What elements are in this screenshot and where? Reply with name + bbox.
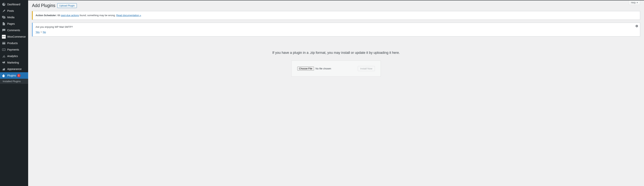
action-scheduler-notice: Action Scheduler: 68 past-due actions fo… — [32, 11, 640, 20]
sidebar-item-label: Media — [7, 16, 14, 19]
sidebar-subitem-installed-plugins[interactable]: Installed Plugins — [0, 79, 28, 84]
megaphone-icon — [2, 61, 6, 64]
upload-instructions: If you have a plugin in a .zip format, y… — [32, 51, 640, 55]
help-tab[interactable]: Help ▼ — [629, 0, 640, 5]
dashboard-icon — [2, 2, 6, 6]
comments-icon — [2, 28, 6, 32]
svg-rect-0 — [2, 49, 5, 50]
admin-sidebar: Dashboard Posts Media Pages Comments woo… — [0, 0, 28, 186]
sidebar-item-label: Analytics — [7, 54, 18, 58]
sidebar-item-analytics[interactable]: Analytics — [0, 53, 28, 59]
notice-smtp-question: Are you enjoying WP Mail SMTP? — [36, 25, 637, 29]
sidebar-item-pages[interactable]: Pages — [0, 20, 28, 27]
notice-smtp-no-link[interactable]: No — [43, 30, 46, 34]
analytics-icon — [2, 54, 6, 58]
payments-icon — [2, 48, 6, 52]
sidebar-item-label: Comments — [7, 28, 20, 32]
sidebar-item-label: Pages — [7, 22, 15, 26]
notice-as-count: 68 — [58, 14, 60, 17]
sidebar-item-label: Plugins — [7, 74, 16, 77]
choose-file-button[interactable]: Choose File — [297, 66, 314, 70]
file-chosen-label: No file chosen — [316, 67, 331, 70]
install-now-button[interactable]: Install Now — [358, 66, 375, 71]
notice-as-pastdue-link[interactable]: past-due actions — [61, 14, 79, 17]
notice-as-mid: found; something may be wrong. — [79, 14, 116, 17]
pin-icon — [2, 9, 6, 13]
sidebar-item-media[interactable]: Media — [0, 14, 28, 20]
sidebar-item-label: Payments — [7, 48, 19, 51]
separator: • — [41, 30, 42, 34]
sidebar-item-label: WooCommerce — [7, 35, 26, 38]
sidebar-item-posts[interactable]: Posts — [0, 8, 28, 14]
notice-dismiss-button[interactable] — [636, 25, 638, 28]
main-content: Help ▼ Add Plugins Upload Plugin Action … — [28, 0, 644, 186]
sidebar-item-label: Posts — [7, 9, 14, 12]
sidebar-item-label: Dashboard — [7, 3, 20, 6]
sidebar-item-marketing[interactable]: Marketing — [0, 59, 28, 66]
sidebar-item-comments[interactable]: Comments — [0, 27, 28, 34]
admin-bar-stub — [28, 0, 644, 0]
sidebar-item-woocommerce[interactable]: woo WooCommerce — [0, 34, 28, 40]
page-title: Add Plugins — [32, 3, 55, 8]
upload-form-box: Choose File No file chosen Install Now — [292, 60, 380, 77]
notice-as-label: Action Scheduler: — [36, 14, 57, 17]
sidebar-item-plugins[interactable]: Plugins 1 — [0, 72, 28, 79]
plugin-icon — [2, 74, 6, 78]
pages-icon — [2, 22, 6, 26]
notice-as-docs-link[interactable]: Read documentation » — [116, 14, 141, 17]
appearance-icon — [2, 67, 6, 71]
sidebar-item-label: Marketing — [7, 61, 19, 64]
sidebar-item-products[interactable]: Products — [0, 40, 28, 46]
plugins-update-badge: 1 — [17, 74, 20, 77]
sidebar-item-label: Products — [7, 42, 18, 45]
upload-plugin-panel: If you have a plugin in a .zip format, y… — [32, 39, 640, 77]
media-icon — [2, 16, 6, 19]
sidebar-item-label: Appearance — [7, 67, 22, 71]
upload-plugin-button[interactable]: Upload Plugin — [57, 3, 77, 8]
sidebar-item-dashboard[interactable]: Dashboard — [0, 1, 28, 8]
sidebar-item-payments[interactable]: Payments — [0, 46, 28, 53]
notice-smtp-yes-link[interactable]: Yes — [36, 30, 40, 34]
sidebar-item-appearance[interactable]: Appearance — [0, 66, 28, 72]
help-tab-label: Help — [631, 1, 636, 4]
products-icon — [2, 41, 6, 45]
chevron-down-icon: ▼ — [636, 2, 638, 4]
wpmailsmtp-notice: Are you enjoying WP Mail SMTP? Yes•No — [32, 23, 640, 36]
woocommerce-icon: woo — [2, 35, 6, 38]
